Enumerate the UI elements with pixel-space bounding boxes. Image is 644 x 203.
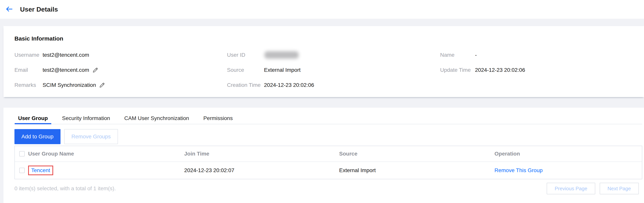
field-creation-time: Creation Time 2024-12-23 20:02:06	[227, 81, 440, 89]
previous-page-button[interactable]: Previous Page	[547, 183, 595, 194]
field-label: Email	[14, 67, 42, 73]
field-value: 2024-12-23 20:02:06	[264, 82, 314, 88]
field-source: Source External Import	[227, 66, 440, 74]
field-user-id: User ID	[227, 51, 440, 59]
column-header-join-time: Join Time	[184, 151, 339, 157]
field-label: Username	[14, 52, 42, 58]
field-label: User ID	[227, 52, 264, 58]
user-group-table: User Group Name Join Time Source Operati…	[14, 146, 642, 179]
pencil-icon	[92, 67, 98, 73]
field-name: Name -	[440, 51, 644, 59]
back-button[interactable]	[4, 5, 14, 14]
table-row: Tencent 2024-12-23 20:02:07 External Imp…	[15, 161, 642, 179]
field-value: SCIM Synchronization	[42, 82, 96, 88]
field-label: Creation Time	[227, 82, 264, 88]
add-to-group-button[interactable]: Add to Group	[14, 129, 60, 144]
selection-summary: 0 item(s) selected, with a total of 1 it…	[14, 185, 116, 192]
field-value: test2@tencent.com	[42, 67, 89, 73]
next-page-button[interactable]: Next Page	[600, 183, 639, 194]
field-value: test2@tencent.com	[42, 52, 89, 58]
basic-information-grid: Username test2@tencent.com User ID Name …	[4, 51, 644, 89]
field-value: 2024-12-23 20:02:06	[475, 67, 525, 73]
remove-this-group-link[interactable]: Remove This Group	[494, 167, 543, 173]
row-checkbox[interactable]	[19, 168, 25, 173]
field-label: Update Time	[440, 67, 475, 73]
field-value: -	[475, 52, 477, 58]
tab-security-information[interactable]: Security Information	[58, 113, 114, 124]
detail-tabs: User Group Security Information CAM User…	[15, 108, 642, 124]
user-id-redacted-value	[264, 51, 299, 59]
tab-user-group[interactable]: User Group	[15, 113, 51, 124]
table-header-row: User Group Name Join Time Source Operati…	[15, 146, 642, 161]
field-label: Source	[227, 67, 264, 73]
basic-information-title: Basic Information	[4, 26, 644, 42]
edit-email-button[interactable]	[92, 67, 98, 73]
annotation-highlight-box: Tencent	[28, 165, 53, 175]
column-header-operation: Operation	[494, 151, 642, 157]
field-empty	[440, 81, 644, 89]
group-name-cell: Tencent	[28, 165, 184, 175]
field-username: Username test2@tencent.com	[14, 51, 227, 59]
field-email: Email test2@tencent.com	[14, 66, 227, 74]
source-cell: External Import	[339, 167, 494, 173]
column-header-user-group-name: User Group Name	[28, 151, 184, 157]
tab-label: Permissions	[203, 115, 232, 121]
field-remarks: Remarks SCIM Synchronization	[14, 81, 227, 89]
page-header: User Details	[0, 0, 644, 19]
tab-label: User Group	[18, 115, 48, 121]
column-header-source: Source	[339, 151, 494, 157]
field-label: Remarks	[14, 82, 42, 88]
join-time-cell: 2024-12-23 20:02:07	[184, 167, 339, 173]
field-label: Name	[440, 52, 475, 58]
pagination: Previous Page Next Page	[547, 183, 639, 194]
tab-label: CAM User Synchronization	[124, 115, 189, 121]
operation-cell: Remove This Group	[494, 167, 642, 173]
pencil-icon	[99, 82, 105, 88]
tab-label: Security Information	[62, 115, 110, 121]
field-update-time: Update Time 2024-12-23 20:02:06	[440, 66, 644, 74]
table-footer: 0 item(s) selected, with a total of 1 it…	[14, 183, 639, 194]
arrow-left-icon	[5, 5, 14, 14]
tab-cam-user-synchronization[interactable]: CAM User Synchronization	[121, 113, 192, 124]
group-name-link[interactable]: Tencent	[31, 167, 50, 173]
edit-remarks-button[interactable]	[99, 82, 105, 88]
group-actions: Add to Group Remove Groups	[4, 129, 642, 144]
tab-permissions[interactable]: Permissions	[200, 113, 236, 124]
page-title: User Details	[20, 6, 58, 13]
select-all-checkbox[interactable]	[19, 151, 25, 156]
remove-groups-button[interactable]: Remove Groups	[64, 129, 118, 144]
user-group-section: User Group Security Information CAM User…	[4, 108, 644, 203]
field-value: External Import	[264, 67, 300, 73]
basic-information-card: Basic Information Username test2@tencent…	[4, 26, 644, 97]
